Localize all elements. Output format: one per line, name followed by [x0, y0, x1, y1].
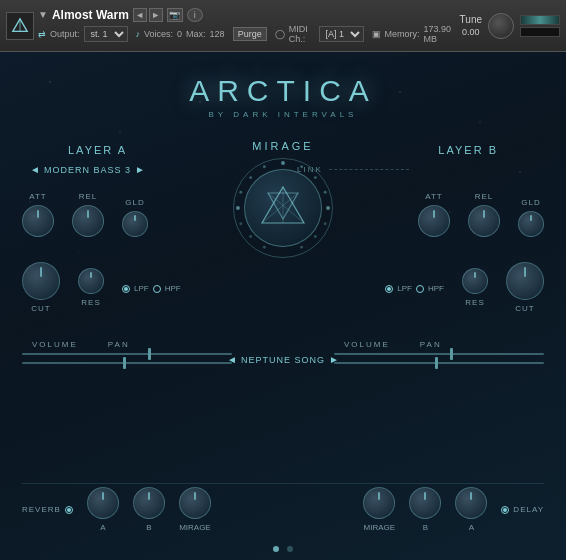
layer-a-gld-knob[interactable] — [122, 211, 148, 237]
vol-pan-b-labels: VOLUME PAN — [334, 340, 544, 349]
layer-b-gld-label: GLD — [521, 198, 540, 207]
preset-bottom-selector: ◄ NEPTUNE SONG ► — [227, 354, 339, 365]
delay-radio[interactable] — [501, 506, 509, 514]
vol-b-label: VOLUME — [344, 340, 390, 349]
link-line: LINK — [297, 165, 409, 174]
pan-b-track — [334, 362, 544, 364]
fx-mirage2-knob[interactable] — [363, 487, 395, 519]
nav-prev-btn[interactable]: ◄ — [133, 8, 147, 22]
purge-button[interactable]: Purge — [233, 27, 267, 41]
svg-point-17 — [263, 246, 266, 249]
pan-b-handle[interactable] — [435, 357, 438, 369]
vol-a-label: VOLUME — [32, 340, 78, 349]
layer-a-lpf-radio[interactable] — [122, 285, 130, 293]
page-dots — [273, 546, 293, 552]
fx-knob-b: B — [133, 487, 165, 532]
fx-mirage-knob[interactable] — [179, 487, 211, 519]
layer-b-lpf-radio[interactable] — [385, 285, 393, 293]
fx-section: REVERB A B MIRAGE MIRAGE — [0, 487, 566, 532]
nav-next-btn[interactable]: ► — [149, 8, 163, 22]
layer-b-hpf-radio[interactable] — [416, 285, 424, 293]
page-dot-1[interactable] — [273, 546, 279, 552]
layer-b-att-label: ATT — [425, 192, 443, 201]
layer-b-gld-knob[interactable] — [518, 211, 544, 237]
layer-b-lpf-label: LPF — [397, 284, 412, 293]
reverb-label: REVERB — [22, 505, 61, 514]
info-button[interactable]: i — [187, 8, 203, 22]
fx-knob-mirage: MIRAGE — [179, 487, 211, 532]
output-meta: ⇄ Output: st. 1 — [38, 26, 128, 42]
fx-a2-knob[interactable] — [455, 487, 487, 519]
preset-a-next[interactable]: ► — [135, 164, 145, 175]
sub-title: BY DARK INTERVALS — [189, 110, 377, 119]
fx-reverb-group: REVERB A B MIRAGE — [22, 487, 211, 532]
pan-a-track — [22, 362, 232, 364]
vol-b-handle[interactable] — [450, 348, 453, 360]
svg-point-8 — [324, 222, 327, 225]
layer-b-res-group: RES — [462, 268, 488, 307]
svg-point-13 — [239, 191, 242, 194]
main-title: ARCTICA — [189, 74, 377, 108]
pan-b-slider[interactable] — [334, 362, 544, 364]
layer-a-gld: GLD — [122, 198, 148, 237]
layer-b-rel-label: REL — [475, 192, 494, 201]
layer-a-hpf-radio[interactable] — [153, 285, 161, 293]
fx-a2-label: A — [469, 523, 474, 532]
layer-a-rel-label: REL — [79, 192, 98, 201]
fx-knob-a2: A — [455, 487, 487, 532]
layer-a-cut-knob[interactable] — [22, 262, 60, 300]
camera-button[interactable]: 📷 — [167, 8, 183, 22]
vol-b-track — [334, 353, 544, 355]
vol-b-slider[interactable] — [334, 353, 544, 355]
vol-a-slider[interactable] — [22, 353, 232, 355]
midi-meta: ◯ MIDI Ch.: [A] 1 — [275, 24, 364, 44]
svg-point-14 — [236, 206, 240, 210]
fx-b2-knob[interactable] — [409, 487, 441, 519]
collapse-arrow[interactable]: ▼ — [38, 9, 48, 20]
layer-a-top-knobs: ATT REL GLD — [22, 192, 148, 237]
pan-a-slider[interactable] — [22, 362, 232, 364]
pan-b-label: PAN — [420, 340, 442, 349]
layer-a-res-knob[interactable] — [78, 268, 104, 294]
layer-b-res-knob[interactable] — [462, 268, 488, 294]
tune-knob[interactable] — [488, 13, 514, 39]
layer-a-res-group: RES — [78, 268, 104, 307]
fx-b-knob[interactable] — [133, 487, 165, 519]
pan-a-handle[interactable] — [123, 357, 126, 369]
topbar-row1: ▼ Almost Warm ◄ ► 📷 i — [38, 8, 456, 22]
vol-pan-section-b: VOLUME PAN — [334, 340, 544, 364]
layer-a-filter-toggle: LPF HPF — [122, 284, 181, 293]
layer-b-att-knob[interactable] — [418, 205, 450, 237]
layer-a-rel-knob[interactable] — [72, 205, 104, 237]
layer-b-cut-knob[interactable] — [506, 262, 544, 300]
layer-a-bottom-knobs: CUT RES LPF HPF — [22, 262, 181, 313]
arctica-title: ARCTICA BY DARK INTERVALS — [189, 74, 377, 119]
vol-pan-section-a: VOLUME PAN — [22, 340, 232, 364]
vol-a-track — [22, 353, 232, 355]
layer-b-rel: REL — [468, 192, 500, 237]
layer-b-rel-knob[interactable] — [468, 205, 500, 237]
preset-a-name: MODERN BASS 3 — [44, 165, 131, 175]
preset-a-selector: ◄ MODERN BASS 3 ► — [30, 164, 145, 175]
svg-point-5 — [314, 176, 317, 179]
layer-a-att-knob[interactable] — [22, 205, 54, 237]
page-dot-2[interactable] — [287, 546, 293, 552]
link-dashes — [329, 169, 409, 170]
delay-label-group: DELAY — [501, 505, 544, 514]
layer-a-cut-label: CUT — [31, 304, 50, 313]
reverb-radio[interactable] — [65, 506, 73, 514]
reverb-label-group: REVERB — [22, 505, 73, 514]
svg-point-6 — [324, 191, 327, 194]
output-select[interactable]: st. 1 — [84, 26, 128, 42]
preset-a-prev[interactable]: ◄ — [30, 164, 40, 175]
layer-b-top-knobs: ATT REL GLD — [418, 192, 544, 237]
mirage-label: MIRAGE — [252, 140, 313, 152]
layer-a-label: LAYER A — [68, 144, 127, 156]
layer-b-res-label: RES — [465, 298, 484, 307]
svg-point-12 — [249, 176, 252, 179]
fx-a-knob[interactable] — [87, 487, 119, 519]
layer-b-gld: GLD — [518, 198, 544, 237]
fx-delay-group: MIRAGE B A DELAY — [363, 487, 544, 532]
vol-a-handle[interactable] — [148, 348, 151, 360]
midi-select[interactable]: [A] 1 — [319, 26, 364, 42]
